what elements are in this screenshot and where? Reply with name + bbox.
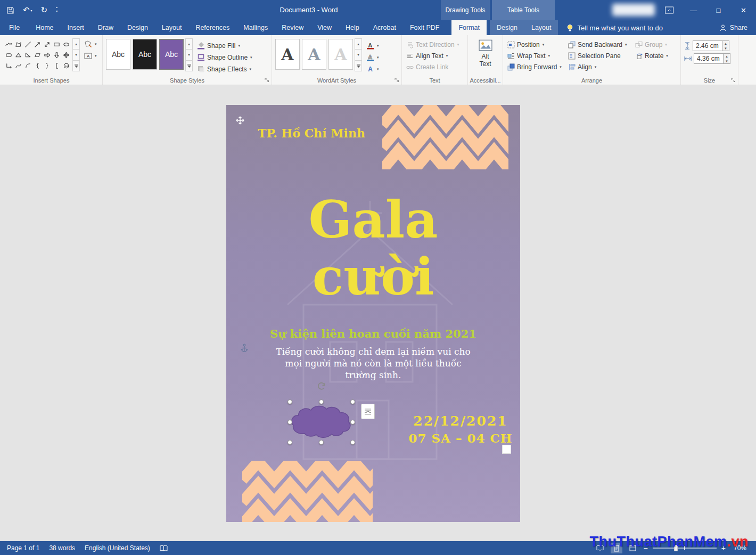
page-indicator[interactable]: Page 1 of 1 [2,544,44,552]
create-link-button[interactable]: Create Link [405,61,460,72]
tell-me-box[interactable]: Tell me what you want to do [566,20,662,35]
position-button[interactable]: Position▾ [506,39,567,50]
shape-bracket-left-icon[interactable] [52,60,61,71]
shape-brace-right-icon[interactable] [42,60,52,71]
shape-arc-icon[interactable] [23,60,32,71]
tab-design[interactable]: Design [120,20,155,35]
poster-city-text[interactable]: TP. Hồ Chí Minh [226,126,397,140]
minimize-button[interactable]: — [681,0,706,20]
gallery-up-button[interactable]: ▴ [72,38,80,50]
text-fill-button[interactable]: A ▾ [365,40,380,51]
tab-layout[interactable]: Layout [155,20,189,35]
gallery-down-button[interactable]: ▾ [355,49,362,60]
close-button[interactable]: ✕ [731,0,756,20]
selection-pane-button[interactable]: Selection Pane [567,50,634,61]
shape-fill-button[interactable]: Shape Fill▾ [196,40,253,51]
shape-style-thumb-2[interactable]: Abc [133,39,157,70]
shape-elbow-icon[interactable] [4,60,13,71]
shape-arrow-icon[interactable] [32,39,42,50]
proofing-status[interactable] [155,545,172,552]
rotate-handle[interactable] [316,381,327,391]
poster-body-text[interactable]: Tiếng cười không chỉ đem lại niềm vui ch… [270,346,476,381]
shape-width-stepper[interactable]: ▲▼ [724,53,730,64]
shape-smiley-icon[interactable] [61,60,71,71]
tab-home[interactable]: Home [29,20,60,35]
selected-cloud-shape[interactable] [290,402,352,442]
tab-view[interactable]: View [310,20,339,35]
wrap-text-button[interactable]: Wrap Text▾ [506,50,567,61]
text-effects-button[interactable]: A ▾ [365,63,380,75]
shape-style-thumb-1[interactable]: Abc [106,39,130,70]
shape-double-arrow-icon[interactable] [42,39,52,50]
group-objects-button[interactable]: Group▾ [634,39,677,50]
undo-button[interactable]: ↶▾ [23,5,32,15]
align-objects-button[interactable]: Align▾ [567,61,634,72]
shape-arrow-right-icon[interactable] [42,50,52,60]
align-text-button[interactable]: Align Text▾ [405,50,460,61]
redo-button[interactable]: ↻ [41,5,48,15]
selection-handle-w[interactable] [287,420,292,425]
shape-arrow-down-icon[interactable] [52,50,61,60]
shape-line-icon[interactable] [23,39,32,50]
tab-table-design[interactable]: Design [490,20,524,35]
save-button[interactable] [6,6,14,14]
selection-handle-e[interactable] [350,420,355,425]
gallery-more-button[interactable] [185,60,193,71]
shape-triangle-icon[interactable] [13,50,23,60]
shape-scribble-icon[interactable] [4,39,13,50]
selection-handle-ne[interactable] [350,399,355,404]
shape-style-thumb-3-selected[interactable]: Abc [159,39,184,70]
shape-brace-left-icon[interactable] [32,60,42,71]
shape-right-triangle-icon[interactable] [23,50,32,60]
gallery-more-button[interactable] [72,60,80,71]
shape-freeform-icon[interactable] [13,39,23,50]
selection-handle-n[interactable] [319,399,324,404]
selection-handle-s[interactable] [319,440,324,445]
ribbon-display-options-button[interactable] [664,5,674,15]
layout-options-button[interactable] [361,404,375,419]
selection-handle-sw[interactable] [287,440,292,445]
tab-format[interactable]: Format [451,20,487,35]
poster-datetime-text[interactable]: 22/12/2021 07 SA – 04 CH [402,413,519,447]
send-backward-button[interactable]: Send Backward▾ [567,39,634,50]
textbox-sizing-handle[interactable] [502,445,511,454]
tab-file[interactable]: File [0,20,29,35]
rotate-objects-button[interactable]: Rotate▾ [634,50,677,61]
move-cursor-icon[interactable] [235,116,245,125]
wordart-thumb-2[interactable]: A [302,39,326,70]
gallery-more-button[interactable] [355,60,362,71]
shape-height-field[interactable]: 2.46 cm [693,40,722,51]
bring-forward-button[interactable]: Bring Forward▾ [506,61,567,72]
cloud-shape[interactable] [290,402,352,442]
tab-references[interactable]: References [188,20,236,35]
shape-styles-dialog-launcher[interactable] [265,78,270,84]
alt-text-button[interactable]: Alt Text [471,39,499,68]
edit-shape-button[interactable]: ▾ [83,40,98,48]
shape-curve-icon[interactable] [13,60,23,71]
gallery-down-button[interactable]: ▾ [72,49,80,60]
share-button[interactable]: Share [719,20,747,35]
language-indicator[interactable]: English (United States) [80,544,155,552]
shape-outline-button[interactable]: Shape Outline▾ [196,52,253,63]
customize-qat-button[interactable]: ▾ [56,7,57,13]
tab-help[interactable]: Help [339,20,366,35]
tab-foxit-pdf[interactable]: Foxit PDF [403,20,447,35]
document-canvas[interactable]: TP. Hồ Chí Minh Gala cười Sự kiện liên h… [0,85,756,541]
gallery-up-button[interactable]: ▴ [185,38,193,50]
shape-parallelogram-icon[interactable] [32,50,42,60]
shape-height-stepper[interactable]: ▲▼ [722,40,729,51]
gallery-up-button[interactable]: ▴ [355,38,362,50]
tab-draw[interactable]: Draw [91,20,120,35]
wordart-thumb-1[interactable]: A [275,39,300,70]
poster-title-text[interactable]: Gala cười [226,191,520,305]
wordart-dialog-launcher[interactable] [395,78,400,84]
wordart-thumb-3[interactable]: A [328,39,353,70]
shape-arrow-quad-icon[interactable] [61,50,71,60]
shape-rounded-rectangle-icon[interactable] [4,50,13,60]
shape-rectangle-icon[interactable] [52,39,61,50]
text-direction-button[interactable]: Text Direction▾ [405,39,460,50]
tab-table-layout[interactable]: Layout [524,20,558,35]
maximize-button[interactable]: □ [706,0,731,20]
text-outline-button[interactable]: A ▾ [365,52,380,63]
poster-subtitle-text[interactable]: Sự kiện liên hoan cuối năm 2021 [226,327,520,340]
